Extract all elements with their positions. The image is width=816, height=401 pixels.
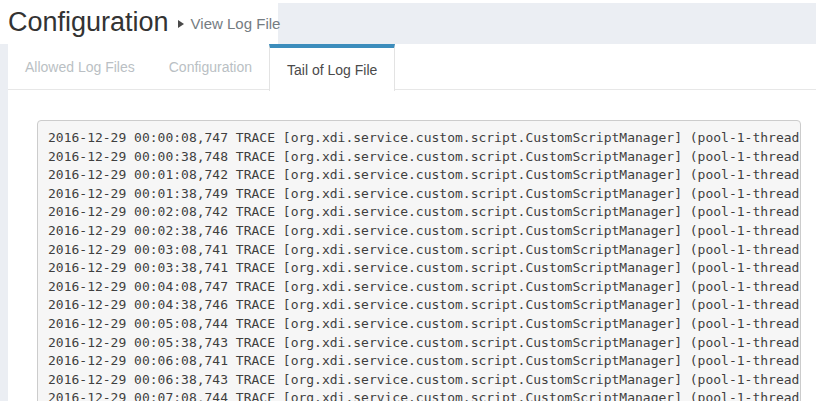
log-line: 2016-12-29 00:06:08,741 TRACE [org.xdi.s… <box>48 352 800 371</box>
left-gutter <box>0 40 8 401</box>
log-line: 2016-12-29 00:04:38,746 TRACE [org.xdi.s… <box>48 296 800 315</box>
log-output: 2016-12-29 00:00:08,747 TRACE [org.xdi.s… <box>37 120 801 401</box>
tab-configuration[interactable]: Configuration <box>152 44 269 90</box>
tab-allowed-log-files[interactable]: Allowed Log Files <box>8 44 152 90</box>
log-line: 2016-12-29 00:03:38,741 TRACE [org.xdi.s… <box>48 259 800 278</box>
caret-right-icon <box>178 20 184 28</box>
log-line: 2016-12-29 00:01:08,742 TRACE [org.xdi.s… <box>48 166 800 185</box>
log-line: 2016-12-29 00:05:38,743 TRACE [org.xdi.s… <box>48 334 800 353</box>
log-line: 2016-12-29 00:04:08,747 TRACE [org.xdi.s… <box>48 278 800 297</box>
log-line: 2016-12-29 00:01:38,749 TRACE [org.xdi.s… <box>48 185 800 204</box>
log-line: 2016-12-29 00:07:08,744 TRACE [org.xdi.s… <box>48 389 800 401</box>
page-header: Configuration View Log File <box>0 0 816 44</box>
log-line: 2016-12-29 00:06:38,743 TRACE [org.xdi.s… <box>48 371 800 390</box>
log-line: 2016-12-29 00:02:08,742 TRACE [org.xdi.s… <box>48 203 800 222</box>
header-background-panel <box>278 3 816 44</box>
tab-tail-of-log-file[interactable]: Tail of Log File <box>269 44 395 91</box>
page-title: Configuration <box>8 0 169 44</box>
breadcrumb: View Log File <box>191 15 281 32</box>
log-line: 2016-12-29 00:00:38,748 TRACE [org.xdi.s… <box>48 148 800 167</box>
log-line: 2016-12-29 00:02:38,746 TRACE [org.xdi.s… <box>48 222 800 241</box>
log-line: 2016-12-29 00:03:08,741 TRACE [org.xdi.s… <box>48 241 800 260</box>
tab-content-panel: 2016-12-29 00:00:08,747 TRACE [org.xdi.s… <box>8 90 816 401</box>
log-line: 2016-12-29 00:05:08,744 TRACE [org.xdi.s… <box>48 315 800 334</box>
tab-bar: Allowed Log Files Configuration Tail of … <box>8 44 816 90</box>
log-line: 2016-12-29 00:00:08,747 TRACE [org.xdi.s… <box>48 129 800 148</box>
